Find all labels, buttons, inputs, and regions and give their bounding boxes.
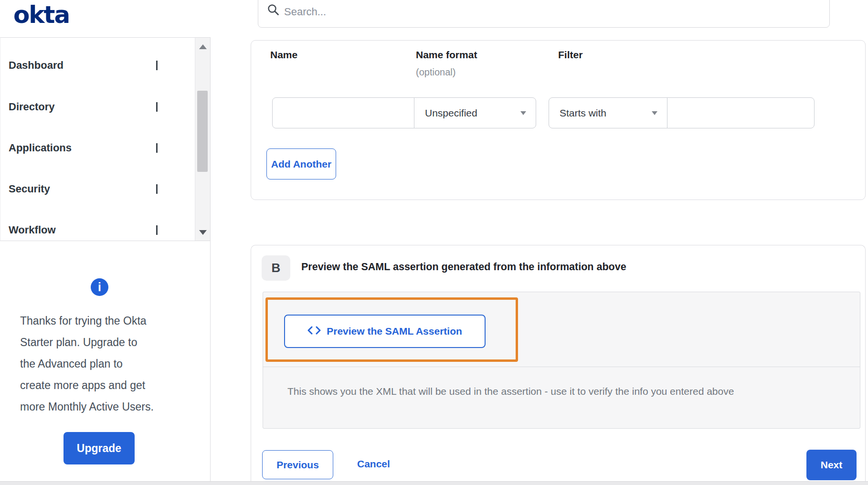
- name-format-selected-value: Unspecified: [425, 107, 477, 119]
- sidebar-scrollbar[interactable]: [195, 38, 210, 241]
- search-icon: [267, 3, 280, 19]
- upsell-line: the Advanced plan to: [20, 353, 182, 375]
- chevron-down-icon: [156, 61, 166, 70]
- sidebar-item-workflow[interactable]: Workflow: [0, 220, 193, 241]
- chevron-down-icon: [156, 225, 166, 235]
- upsell-message: Thanks for trying the Okta Starter plan.…: [20, 310, 182, 418]
- sidebar-item-label: Dashboard: [9, 59, 64, 72]
- attribute-statements-card: Name Name format (optional) Filter Unspe…: [251, 40, 866, 200]
- step-b-badge: B: [262, 255, 290, 281]
- add-another-button[interactable]: Add Another: [266, 148, 336, 179]
- next-button[interactable]: Next: [806, 450, 857, 480]
- scrollbar-thumb[interactable]: [197, 91, 208, 172]
- sidebar-item-label: Security: [9, 183, 50, 195]
- filter-value-input[interactable]: [667, 97, 815, 128]
- okta-logo: okta: [13, 1, 69, 29]
- sidebar-right-divider: [210, 37, 211, 481]
- name-column-label: Name: [270, 49, 297, 61]
- upsell-line: create more apps and get: [20, 375, 182, 396]
- okta-admin-screen: okta Dashboard Directory Applications Se…: [0, 0, 868, 485]
- name-format-column-label: Name format: [416, 49, 477, 61]
- upgrade-button[interactable]: Upgrade: [64, 432, 135, 464]
- sidebar-item-label: Applications: [9, 142, 72, 154]
- sidebar-item-label: Workflow: [9, 224, 56, 236]
- sidebar-item-label: Directory: [9, 101, 55, 113]
- viewport-bottom-strip: [0, 481, 868, 485]
- upsell-line: Starter plan. Upgrade to: [20, 332, 182, 353]
- preview-note-text: This shows you the XML that will be used…: [287, 386, 734, 397]
- sidebar-item-directory[interactable]: Directory: [0, 96, 193, 117]
- info-icon: i: [91, 278, 108, 296]
- global-search[interactable]: [258, 0, 830, 28]
- scroll-down-icon[interactable]: [199, 230, 207, 235]
- sidebar-item-security[interactable]: Security: [0, 179, 193, 200]
- name-format-optional-label: (optional): [416, 67, 455, 78]
- dropdown-caret-icon: [520, 111, 526, 115]
- cancel-link[interactable]: Cancel: [357, 458, 390, 470]
- search-input[interactable]: [283, 0, 810, 23]
- filter-type-select[interactable]: Starts with: [549, 97, 667, 128]
- filter-type-selected-value: Starts with: [560, 107, 606, 119]
- attribute-name-input[interactable]: [272, 97, 414, 128]
- upsell-line: Thanks for trying the Okta: [20, 310, 182, 332]
- sidebar-item-dashboard[interactable]: Dashboard: [0, 55, 193, 76]
- chevron-down-icon: [156, 143, 166, 153]
- preview-section-title: Preview the SAML assertion generated fro…: [301, 261, 626, 273]
- sidebar-item-applications[interactable]: Applications: [0, 137, 193, 158]
- panel-divider: [263, 367, 860, 367]
- previous-button[interactable]: Previous: [262, 450, 333, 479]
- name-format-select[interactable]: Unspecified: [414, 97, 536, 128]
- preview-button-label: Preview the SAML Assertion: [327, 326, 462, 337]
- dropdown-caret-icon: [652, 111, 657, 115]
- filter-column-label: Filter: [558, 49, 582, 61]
- code-icon: [307, 326, 321, 337]
- preview-saml-assertion-button[interactable]: Preview the SAML Assertion: [284, 315, 486, 348]
- preview-assertion-card: B Preview the SAML assertion generated f…: [251, 245, 866, 485]
- preview-panel: Preview the SAML Assertion This shows yo…: [263, 292, 860, 429]
- upsell-line: more Monthly Active Users.: [20, 396, 182, 418]
- chevron-down-icon: [156, 184, 166, 194]
- scroll-up-icon[interactable]: [199, 44, 207, 49]
- chevron-down-icon: [156, 102, 166, 112]
